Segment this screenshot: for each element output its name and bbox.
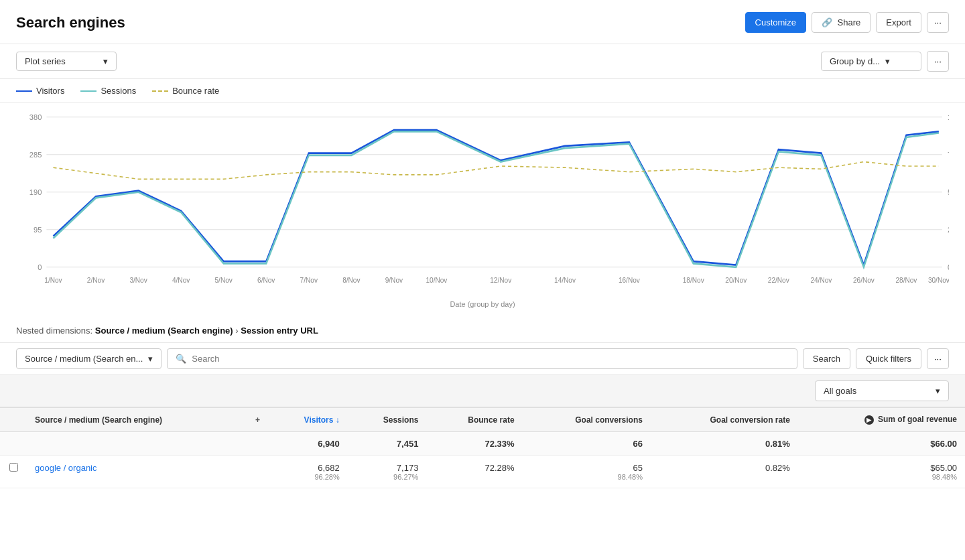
svg-text:0%: 0% [948, 263, 949, 271]
total-checkbox [0, 432, 27, 456]
svg-text:75%: 75% [948, 151, 949, 159]
visitors-legend-line [16, 90, 32, 92]
svg-text:26/Nov: 26/Nov [853, 277, 875, 284]
th-sum-goal-revenue: ▶ Sum of goal revenue [798, 408, 965, 432]
visitors-legend-label: Visitors [36, 86, 64, 96]
svg-text:1/Nov: 1/Nov [44, 277, 62, 284]
row-checkbox-input[interactable] [9, 463, 18, 472]
svg-text:4/Nov: 4/Nov [172, 277, 190, 284]
table-header-row: Source / medium (Search engine) + Visito… [0, 408, 965, 432]
row-checkbox[interactable] [0, 456, 27, 488]
th-source: Source / medium (Search engine) [27, 408, 247, 432]
visitors-sort-label: Visitors ↓ [304, 415, 340, 425]
source-select-dropdown[interactable]: Source / medium (Search en... ▾ [16, 348, 162, 369]
svg-text:22/Nov: 22/Nov [768, 277, 790, 284]
legend-sessions: Sessions [80, 86, 136, 96]
svg-text:10/Nov: 10/Nov [426, 277, 448, 284]
chart-more-button[interactable]: ··· [927, 51, 949, 72]
svg-text:190: 190 [29, 188, 42, 196]
search-icon: 🔍 [176, 354, 186, 364]
source-select-label: Source / medium (Search en... [25, 354, 143, 364]
table-controls: Source / medium (Search en... ▾ 🔍 Search… [0, 342, 965, 375]
link-icon: 🔗 [822, 17, 832, 27]
nested-dimensions-label: Nested dimensions: Source / medium (Sear… [0, 316, 965, 342]
customize-button[interactable]: Customize [745, 12, 806, 33]
total-bounce-rate: 72.33% [426, 432, 522, 456]
row-add [247, 456, 268, 488]
goals-dropdown[interactable]: All goals ▾ [815, 380, 949, 401]
goals-bar: All goals ▾ [0, 375, 965, 407]
search-input[interactable] [192, 354, 788, 364]
svg-text:7/Nov: 7/Nov [300, 277, 318, 284]
table-row: google / organic 6,682 96.28% 7,173 96.2… [0, 456, 965, 488]
data-table: Source / medium (Search engine) + Visito… [0, 407, 965, 488]
th-goal-conversion-rate: Goal conversion rate [651, 408, 798, 432]
legend-bounce-rate: Bounce rate [152, 86, 219, 96]
page-title: Search engines [16, 14, 125, 31]
total-goal-conversion-rate: 0.81% [651, 432, 798, 456]
table-total-row: 6,940 7,451 72.33% 66 0.81% $66.00 [0, 432, 965, 456]
plot-series-label: Plot series [25, 56, 66, 66]
source-link[interactable]: google / organic [35, 463, 97, 473]
share-button[interactable]: 🔗 Share [812, 12, 871, 33]
total-sessions: 7,451 [348, 432, 427, 456]
row-goal-conversion-rate: 0.82% [651, 456, 798, 488]
svg-text:25%: 25% [948, 226, 949, 234]
th-bounce-rate: Bounce rate [426, 408, 522, 432]
th-visitors[interactable]: Visitors ↓ [268, 408, 347, 432]
svg-text:20/Nov: 20/Nov [725, 277, 747, 284]
svg-text:50%: 50% [948, 188, 949, 196]
svg-text:8/Nov: 8/Nov [342, 277, 361, 284]
visitors-line [53, 130, 938, 265]
search-box: 🔍 [167, 348, 797, 369]
dots-icon2: ··· [934, 56, 942, 66]
th-add[interactable]: + [247, 408, 268, 432]
bounce-rate-line [53, 162, 938, 180]
chevron-down-icon2: ▾ [885, 56, 890, 66]
svg-text:14/Nov: 14/Nov [554, 277, 576, 284]
total-goal-conversions: 66 [523, 432, 651, 456]
svg-text:30/Nov: 30/Nov [928, 277, 949, 284]
svg-text:5/Nov: 5/Nov [215, 277, 233, 284]
svg-text:6/Nov: 6/Nov [257, 277, 275, 284]
sessions-legend-line [80, 90, 96, 92]
table-more-button[interactable]: ··· [927, 348, 949, 369]
export-button[interactable]: Export [876, 12, 921, 33]
row-sessions: 7,173 96.27% [348, 456, 427, 488]
svg-text:28/Nov: 28/Nov [895, 277, 917, 284]
total-add [247, 432, 268, 456]
svg-text:3/Nov: 3/Nov [129, 277, 147, 284]
svg-text:12/Nov: 12/Nov [490, 277, 512, 284]
th-goal-conversions: Goal conversions [523, 408, 651, 432]
th-sessions: Sessions [348, 408, 427, 432]
row-goal-conversions: 65 98.48% [523, 456, 651, 488]
total-visitors: 6,940 [268, 432, 347, 456]
plot-series-dropdown[interactable]: Plot series ▾ [16, 52, 117, 71]
chevron-down-icon3: ▾ [148, 354, 153, 364]
search-button[interactable]: Search [803, 348, 850, 369]
goal-icon: ▶ [864, 415, 874, 425]
chart-legend: Visitors Sessions Bounce rate [0, 79, 965, 103]
total-sum-goal-revenue: $66.00 [798, 432, 965, 456]
right-controls: Group by d... ▾ ··· [821, 51, 949, 72]
chart-area: 380 285 190 95 0 100% 75% 50% 25% 0% 1/N… [0, 103, 965, 297]
svg-text:285: 285 [29, 151, 42, 159]
svg-text:2/Nov: 2/Nov [87, 277, 105, 284]
svg-text:95: 95 [34, 226, 42, 234]
quick-filters-button[interactable]: Quick filters [856, 348, 921, 369]
chart-controls: Plot series ▾ Group by d... ▾ ··· [0, 44, 965, 79]
group-by-dropdown[interactable]: Group by d... ▾ [821, 52, 921, 71]
bounce-rate-legend-line [152, 90, 168, 92]
svg-text:24/Nov: 24/Nov [810, 277, 832, 284]
dots-icon: ··· [934, 17, 942, 27]
chevron-down-icon4: ▾ [936, 386, 940, 396]
row-bounce-rate: 72.28% [426, 456, 522, 488]
goals-label: All goals [824, 386, 856, 396]
dimensions-arrow: › [235, 326, 238, 336]
sessions-legend-label: Sessions [101, 86, 136, 96]
chart-x-label: Date (group by day) [0, 297, 965, 316]
total-source [27, 432, 247, 456]
row-sum-goal-revenue: $65.00 98.48% [798, 456, 965, 488]
more-options-button[interactable]: ··· [927, 12, 949, 33]
chart-svg: 380 285 190 95 0 100% 75% 50% 25% 0% 1/N… [16, 110, 949, 297]
